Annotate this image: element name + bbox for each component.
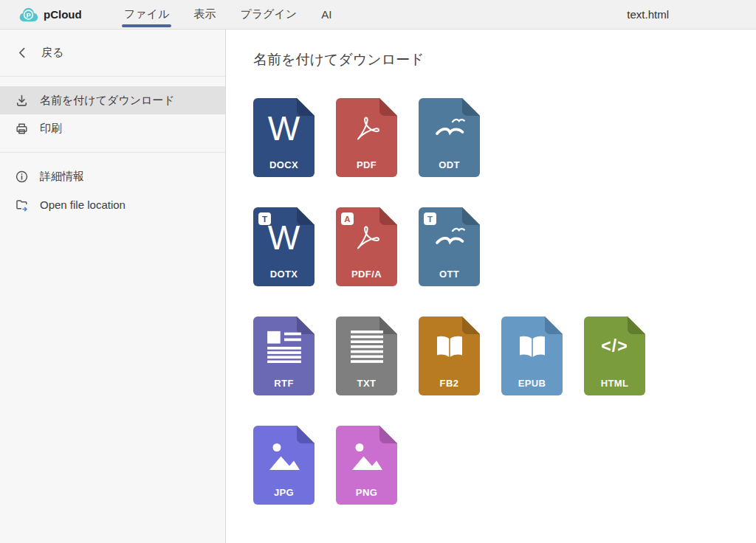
menubar: ファイル 表示 プラグイン AI bbox=[124, 0, 331, 29]
format-label: PDF/A bbox=[336, 269, 397, 280]
sidebar-item-download-as[interactable]: 名前を付けてダウンロード bbox=[0, 86, 225, 114]
format-row-3: RTF bbox=[253, 317, 756, 395]
info-icon bbox=[15, 170, 29, 184]
download-as-panel: 名前を付けてダウンロード W DOCX PD bbox=[226, 30, 756, 543]
back-button[interactable]: 戻る bbox=[0, 30, 225, 77]
menu-file[interactable]: ファイル bbox=[124, 0, 169, 29]
image-glyph bbox=[267, 441, 301, 471]
rich-text-glyph bbox=[267, 331, 301, 363]
sidebar-item-label: Open file location bbox=[40, 198, 126, 211]
page-title: 名前を付けてダウンロード bbox=[253, 50, 756, 69]
format-tile-rtf[interactable]: RTF bbox=[253, 317, 315, 395]
format-tile-odt[interactable]: ODT bbox=[419, 98, 480, 177]
format-tile-epub[interactable]: EPUB bbox=[501, 317, 563, 395]
pcloud-cloud-icon: P bbox=[18, 7, 38, 23]
chevron-left-icon bbox=[16, 46, 30, 60]
acrobat-glyph bbox=[350, 111, 384, 145]
file-actions-group: 名前を付けてダウンロード 印刷 bbox=[0, 77, 225, 153]
download-icon bbox=[15, 94, 29, 108]
svg-text:P: P bbox=[26, 11, 30, 18]
document-title: text.html bbox=[627, 8, 756, 21]
openoffice-gulls-glyph bbox=[432, 111, 467, 146]
image-glyph bbox=[350, 441, 384, 471]
format-label: JPG bbox=[253, 487, 315, 498]
format-label: PNG bbox=[336, 487, 397, 498]
format-row-1: W DOCX PDF bbox=[253, 98, 756, 177]
format-tile-dotx[interactable]: T W DOTX bbox=[253, 207, 315, 286]
format-label: TXT bbox=[336, 378, 397, 389]
sidebar-item-label: 詳細情報 bbox=[40, 170, 84, 184]
format-label: ODT bbox=[419, 159, 480, 170]
format-label: EPUB bbox=[501, 378, 563, 389]
back-label: 戻る bbox=[41, 46, 63, 60]
open-file-location-icon bbox=[15, 198, 29, 212]
acrobat-glyph bbox=[350, 221, 384, 255]
sidebar-item-open-file-location[interactable]: Open file location bbox=[0, 190, 225, 218]
format-tile-png[interactable]: PNG bbox=[336, 426, 397, 505]
format-grid: W DOCX PDF bbox=[253, 98, 756, 505]
topbar: P pCloud ファイル 表示 プラグイン AI text.html bbox=[0, 0, 756, 30]
word-w-glyph: W bbox=[268, 111, 300, 145]
format-tile-pdfa[interactable]: A PDF/A bbox=[336, 207, 397, 286]
plain-text-glyph bbox=[351, 331, 383, 363]
pcloud-logo-text: pCloud bbox=[44, 8, 82, 21]
sidebar-item-label: 印刷 bbox=[40, 122, 62, 136]
file-menu-sidebar: 戻る 名前を付けてダウンロード bbox=[0, 30, 226, 543]
menu-view[interactable]: 表示 bbox=[193, 0, 216, 29]
menu-plugins[interactable]: プラグイン bbox=[240, 0, 297, 29]
format-tile-docx[interactable]: W DOCX bbox=[253, 98, 315, 177]
format-tile-txt[interactable]: TXT bbox=[336, 317, 397, 395]
code-glyph: </> bbox=[601, 336, 628, 356]
format-label: DOCX bbox=[253, 159, 315, 170]
format-tile-jpg[interactable]: JPG bbox=[253, 426, 315, 505]
menu-ai[interactable]: AI bbox=[321, 0, 331, 29]
format-label: DOTX bbox=[253, 269, 315, 280]
word-w-glyph: W bbox=[268, 221, 300, 255]
format-label: OTT bbox=[419, 269, 480, 280]
format-tile-html[interactable]: </> HTML bbox=[584, 317, 645, 395]
format-tile-pdf[interactable]: PDF bbox=[336, 98, 397, 177]
format-tile-fb2[interactable]: FB2 bbox=[419, 317, 480, 395]
sidebar-item-document-info[interactable]: 詳細情報 bbox=[0, 162, 225, 190]
open-book-glyph bbox=[432, 329, 467, 364]
format-tile-ott[interactable]: T OTT bbox=[419, 207, 480, 286]
format-row-2: T W DOTX A PDF/A bbox=[253, 207, 756, 286]
sidebar-item-label: 名前を付けてダウンロード bbox=[40, 94, 175, 108]
format-label: FB2 bbox=[419, 378, 480, 389]
openoffice-gulls-glyph bbox=[432, 220, 467, 255]
file-info-group: 詳細情報 Open file location bbox=[0, 153, 225, 228]
format-row-4: JPG PNG bbox=[253, 426, 756, 505]
open-book-glyph bbox=[515, 329, 550, 364]
print-icon bbox=[15, 122, 29, 136]
pcloud-logo: P pCloud bbox=[18, 7, 89, 23]
format-label: PDF bbox=[336, 159, 397, 170]
format-label: RTF bbox=[253, 378, 315, 389]
format-label: HTML bbox=[584, 378, 645, 389]
sidebar-item-print[interactable]: 印刷 bbox=[0, 114, 225, 142]
